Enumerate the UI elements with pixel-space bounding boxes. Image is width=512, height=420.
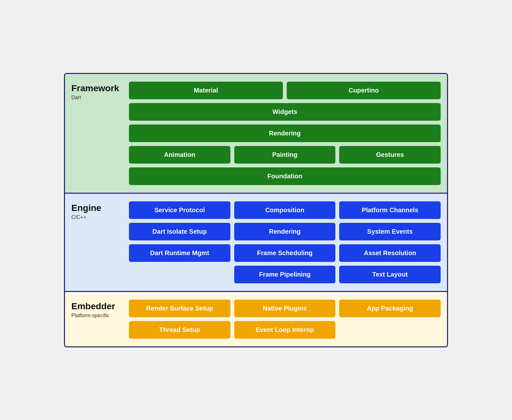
text-layout-chip: Text Layout xyxy=(339,266,441,283)
embedder-row-1: Render Surface Setup Native Plugins App … xyxy=(129,300,441,317)
painting-chip: Painting xyxy=(234,146,336,164)
framework-row-4: Animation Painting Gestures xyxy=(129,146,441,164)
engine-rendering-chip: Rendering xyxy=(234,223,336,240)
frame-scheduling-chip: Frame Scheduling xyxy=(234,244,336,262)
framework-layer: Framework Dart Material Cupertino Widget… xyxy=(65,74,447,194)
engine-empty-chip xyxy=(129,266,230,283)
gestures-chip: Gestures xyxy=(339,146,441,164)
engine-content: Service Protocol Composition Platform Ch… xyxy=(129,201,441,283)
framework-row-3: Rendering xyxy=(129,125,441,142)
engine-layer: Engine C/C++ Service Protocol Compositio… xyxy=(65,194,447,292)
embedder-layer: Embedder Platform-specific Render Surfac… xyxy=(65,292,447,346)
widgets-chip: Widgets xyxy=(129,103,441,121)
framework-subtitle: Dart xyxy=(71,95,123,101)
animation-chip: Animation xyxy=(129,146,230,164)
service-protocol-chip: Service Protocol xyxy=(129,201,230,219)
composition-chip: Composition xyxy=(234,201,336,219)
app-packaging-chip: App Packaging xyxy=(339,300,441,317)
platform-channels-chip: Platform Channels xyxy=(339,201,441,219)
framework-content: Material Cupertino Widgets Rendering Ani… xyxy=(129,82,441,185)
framework-rendering-chip: Rendering xyxy=(129,125,441,142)
flutter-architecture-diagram: Framework Dart Material Cupertino Widget… xyxy=(64,73,448,347)
framework-row-2: Widgets xyxy=(129,103,441,121)
dart-isolate-setup-chip: Dart Isolate Setup xyxy=(129,223,230,240)
native-plugins-chip: Native Plugins xyxy=(234,300,336,317)
material-chip: Material xyxy=(129,82,283,99)
frame-pipelining-chip: Frame Pipelining xyxy=(234,266,336,283)
embedder-empty-chip xyxy=(339,321,441,339)
engine-title: Engine xyxy=(71,203,123,214)
engine-row-2: Dart Isolate Setup Rendering System Even… xyxy=(129,223,441,240)
framework-row-1: Material Cupertino xyxy=(129,82,441,99)
system-events-chip: System Events xyxy=(339,223,441,240)
embedder-title: Embedder xyxy=(71,301,123,312)
engine-label: Engine C/C++ xyxy=(71,201,123,221)
framework-title: Framework xyxy=(71,83,123,94)
engine-row-3: Dart Runtime Mgmt Frame Scheduling Asset… xyxy=(129,244,441,262)
embedder-label: Embedder Platform-specific xyxy=(71,300,123,319)
render-surface-setup-chip: Render Surface Setup xyxy=(129,300,230,317)
embedder-subtitle: Platform-specific xyxy=(71,313,123,319)
cupertino-chip: Cupertino xyxy=(287,82,441,99)
dart-runtime-mgmt-chip: Dart Runtime Mgmt xyxy=(129,244,230,262)
engine-row-4: Frame Pipelining Text Layout xyxy=(129,266,441,283)
framework-label: Framework Dart xyxy=(71,82,123,101)
embedder-content: Render Surface Setup Native Plugins App … xyxy=(129,300,441,339)
event-loop-interop-chip: Event Loop Interop xyxy=(234,321,336,339)
embedder-row-2: Thread Setup Event Loop Interop xyxy=(129,321,441,339)
framework-row-5: Foundation xyxy=(129,167,441,185)
foundation-chip: Foundation xyxy=(129,167,441,185)
engine-row-1: Service Protocol Composition Platform Ch… xyxy=(129,201,441,219)
engine-subtitle: C/C++ xyxy=(71,214,123,220)
asset-resolution-chip: Asset Resolution xyxy=(339,244,441,262)
thread-setup-chip: Thread Setup xyxy=(129,321,230,339)
